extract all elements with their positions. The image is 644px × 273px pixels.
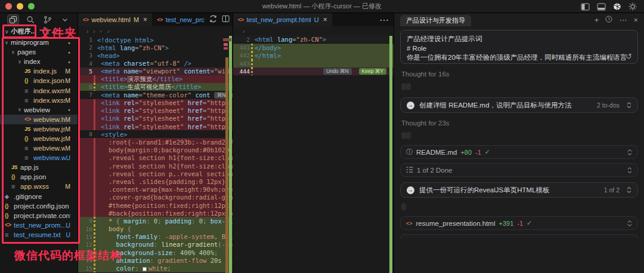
explorer-icon[interactable] <box>7 14 19 25</box>
tree-item[interactable]: ≡ test_resume.txt U <box>0 230 78 240</box>
diff-gutter-marker <box>92 249 97 256</box>
close-tab-icon[interactable]: × <box>323 16 327 24</box>
open-changes-icon[interactable] <box>209 14 217 25</box>
todo-progress-card[interactable]: 1 of 2 Done <box>400 163 638 177</box>
file-name: index.wxml <box>33 87 65 94</box>
new-file-icon[interactable] <box>42 27 49 36</box>
code-text: </html> <box>255 52 394 59</box>
code-line: .reveal section h1{font-size:clamp(1. <box>78 154 233 162</box>
tree-item[interactable]: JS app.js <box>0 162 78 172</box>
breadcrumb-item[interactable] <box>84 28 91 35</box>
tree-item[interactable]: {} project.private.confi... <box>0 211 78 220</box>
tree-item[interactable]: <> webview.ht... M <box>0 115 78 124</box>
diff-gutter-marker <box>250 60 255 68</box>
restore-checkpoint-icon[interactable]: ↺ <box>626 52 632 62</box>
new-folder-icon[interactable] <box>53 27 60 36</box>
explorer-header[interactable]: ∨ 小程序... <box>0 26 78 36</box>
line-number: 2 <box>233 36 250 43</box>
expand-collapse-icon[interactable] <box>627 102 631 109</box>
split-editor-icon[interactable] <box>222 14 230 25</box>
file-type-icon: ≡ <box>5 231 14 238</box>
breadcrumb-item[interactable] <box>91 28 97 35</box>
breadcrumb-item[interactable] <box>105 28 112 35</box>
chat-tab[interactable]: 产品设计与开发指导 <box>400 15 471 26</box>
file-card-readme[interactable]: ⓘ README.md +80 -1 ✓ <box>400 145 638 159</box>
history-icon[interactable] <box>605 16 612 24</box>
modified-dot-icon: ● <box>68 41 70 45</box>
cursor-logo-icon[interactable] <box>613 2 621 11</box>
tab-test-new-prc[interactable]: <> test_new_prc <box>152 13 209 26</box>
code-line: <link rel="stylesheet" href="https://lf <box>78 122 233 130</box>
git-status-badge: U <box>66 231 70 238</box>
more-icon[interactable]: ⋯ <box>619 16 627 24</box>
code-editor[interactable]: 1 <!doctype html> 2 <html lang="zh-CN"> … <box>78 36 233 272</box>
toggle-sidebar-icon[interactable] <box>581 3 590 11</box>
titlebar: webview.html — 小程序-cursor — 已修改 <box>0 0 644 13</box>
breadcrumb[interactable] <box>78 26 233 36</box>
tree-item[interactable]: ∨ miniprogram ● <box>0 38 78 47</box>
user-message[interactable]: 产品经理设计产品提示词 # Role 你是一位拥有20年丰富经验的顶级产品经理，… <box>400 30 638 64</box>
code-line: .content-wrap{max-height:90vh;overflo <box>78 186 233 194</box>
settings-gear-icon[interactable] <box>628 2 637 11</box>
thought-duration[interactable]: Thought for 16s <box>401 70 637 78</box>
code-text: </body> <box>255 44 394 51</box>
more-actions-icon[interactable]: ⋯ <box>379 14 389 26</box>
breadcrumb-item[interactable] <box>240 28 247 35</box>
tab-webview-html[interactable]: <> webview.html M × <box>78 13 152 26</box>
tree-item[interactable]: <> test_new_prom... U <box>0 220 78 230</box>
code-editor[interactable]: 2 <html lang="zh-CN"> 441 </body> 442 </… <box>233 36 394 75</box>
new-chat-icon[interactable]: + <box>595 16 599 24</box>
tree-item[interactable]: ≡ index.wxss M <box>0 96 78 105</box>
code-line: 11 font-family: -apple-system, BlinkMa <box>78 233 233 241</box>
diff-gutter-marker <box>250 44 255 51</box>
file-card-resume-presentation[interactable]: <> resume_presentation.html +391 -1 ✓ <box>400 216 638 230</box>
tree-item[interactable]: ≡ webview.wx... U <box>0 153 78 162</box>
tree-item[interactable]: JS webview.js M <box>0 124 78 134</box>
tree-item[interactable]: {} project.config.json <box>0 201 78 211</box>
thought-duration[interactable]: Thought for 23s <box>401 119 637 127</box>
toggle-panel-icon[interactable] <box>597 3 606 11</box>
assistant-paragraph <box>401 202 637 212</box>
breadcrumb-item[interactable] <box>98 29 104 34</box>
file-tree[interactable]: ∨ miniprogram ● ∨ pages ● ∨ index ● <box>0 36 78 240</box>
code-text: <title>演示预览</title> <box>97 75 233 84</box>
chevron-down-icon: ∨ <box>18 107 24 112</box>
html-file-icon: <> <box>406 220 413 226</box>
tree-item[interactable]: {} webview.json M <box>0 134 78 143</box>
tree-item[interactable]: ∨ pages ● <box>0 47 78 57</box>
close-panel-icon[interactable]: × <box>633 16 638 24</box>
expand-collapse-icon[interactable] <box>627 220 632 227</box>
close-tab-icon[interactable]: × <box>143 16 147 24</box>
tree-item[interactable]: ≡ webview.w... M <box>0 143 78 153</box>
code-text: <meta name="theme-color" cont⌘N⌘Y <box>97 91 233 99</box>
tree-item[interactable]: JS index.js M <box>0 66 78 76</box>
todo-card[interactable]: → 提供一份可运行的RevealJS单页HTML模板 1 of 2 <box>400 182 638 198</box>
line-number: 8 <box>78 131 92 137</box>
tree-item[interactable]: {} app.json <box>0 172 78 182</box>
tab-test-new-prompt-html[interactable]: <> test_new_prompt.html U × <box>233 13 332 26</box>
close-window-icon[interactable] <box>5 3 12 10</box>
diff-gutter-marker <box>92 130 97 138</box>
file-name: miniprogram <box>11 39 49 46</box>
expand-collapse-icon[interactable] <box>627 167 632 174</box>
code-line: .reveal section h2{font-size:clamp(1. <box>78 162 233 170</box>
git-status-badge: M <box>65 77 70 84</box>
tree-item[interactable]: {} index.json M <box>0 76 78 85</box>
search-icon[interactable] <box>24 14 36 25</box>
expand-collapse-icon[interactable] <box>627 149 632 156</box>
tree-item[interactable]: ≡ index.wxml M <box>0 85 78 95</box>
tree-item[interactable]: ∨ webview ● <box>0 105 78 115</box>
tree-item[interactable]: ≡ app.wxss M <box>0 182 78 191</box>
file-name: index.wxss <box>33 97 65 104</box>
diff-gutter-marker <box>92 138 97 146</box>
todo-card[interactable]: → 创建详细 README.md，说明产品目标与使用方法 2 to-dos <box>400 97 638 113</box>
code-line: 7 <meta name="theme-color" cont⌘N⌘Y <box>78 91 233 99</box>
maximize-window-icon[interactable] <box>28 3 35 10</box>
expand-collapse-icon[interactable] <box>627 186 631 194</box>
tree-item[interactable]: ◆ .gitignore <box>0 192 78 201</box>
tree-item[interactable]: ∨ index ● <box>0 57 78 66</box>
chevron-down-icon[interactable] <box>59 14 71 25</box>
source-control-icon[interactable] <box>42 14 54 25</box>
minimize-window-icon[interactable] <box>17 3 23 10</box>
breadcrumb[interactable] <box>233 26 394 36</box>
